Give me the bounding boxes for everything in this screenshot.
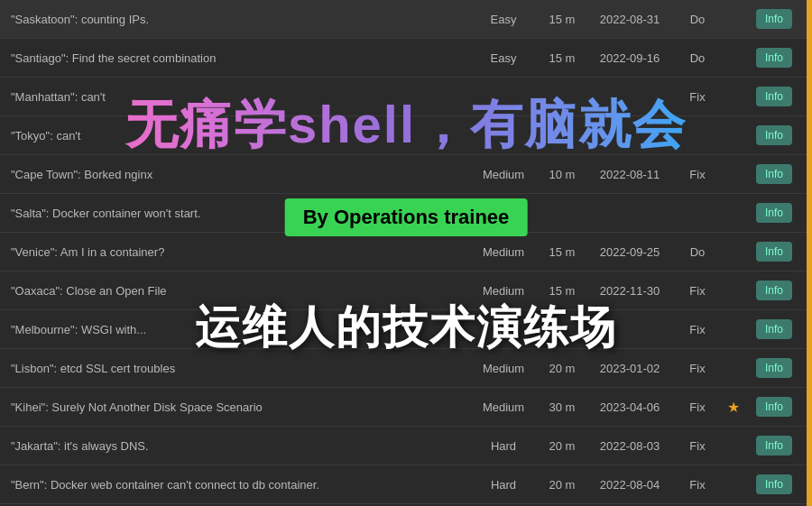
- challenge-difficulty: Medium: [467, 284, 540, 298]
- challenge-date: 2022-09-16: [585, 51, 675, 65]
- challenge-name: "Bern": Docker web container can't conne…: [11, 478, 467, 492]
- star-icon: ★: [727, 399, 740, 416]
- challenge-difficulty: Hard: [467, 439, 540, 453]
- challenge-difficulty: M: [467, 323, 540, 336]
- table-row: "Lisbon": etcd SSL cert troubles Medium …: [0, 349, 812, 388]
- info-button[interactable]: Info: [756, 242, 792, 262]
- table-row: "Jakarta": it's always DNS. Hard 20 m 20…: [0, 427, 812, 465]
- challenge-date: 2022-08-03: [585, 439, 675, 453]
- table-row: "Santiago": Find the secret combination …: [0, 39, 812, 78]
- info-button[interactable]: Info: [756, 319, 792, 339]
- challenge-name: "Tokyo": can't: [11, 129, 467, 143]
- challenge-type: Do: [675, 51, 720, 65]
- challenge-time: 15 m: [540, 51, 585, 65]
- info-button[interactable]: Info: [756, 87, 792, 106]
- challenge-action[interactable]: Info: [747, 164, 801, 184]
- challenge-time: 20 m: [540, 439, 585, 453]
- challenge-time: 15 m: [540, 13, 585, 26]
- challenge-date: 2022-11-30: [585, 284, 675, 298]
- challenge-action[interactable]: Info: [747, 397, 801, 417]
- challenges-table: "Saskatoon": counting IPs. Easy 15 m 202…: [0, 0, 812, 504]
- table-row: "Cape Town": Borked nginx Medium 10 m 20…: [0, 155, 812, 194]
- challenge-difficulty: Medium: [467, 168, 540, 181]
- challenge-difficulty: Easy: [467, 13, 540, 26]
- challenge-icons: ★: [720, 399, 747, 416]
- challenge-name: "Kihei": Surely Not Another Disk Space S…: [11, 400, 467, 414]
- challenge-name: "Venice": Am I in a container?: [11, 245, 467, 259]
- challenge-action[interactable]: Info: [747, 87, 801, 106]
- challenge-time: 30 m: [540, 400, 585, 414]
- challenge-difficulty: Easy: [467, 51, 540, 65]
- info-button[interactable]: Info: [756, 436, 792, 455]
- table-row: "Bern": Docker web container can't conne…: [0, 465, 812, 504]
- table-row: "Manhattan": can't Fix Info: [0, 78, 812, 116]
- challenge-action[interactable]: Info: [747, 319, 801, 339]
- challenge-name: "Saskatoon": counting IPs.: [11, 13, 467, 26]
- info-button[interactable]: Info: [756, 9, 792, 29]
- challenge-type: Fix: [675, 400, 720, 414]
- challenge-time: 15 m: [540, 245, 585, 259]
- challenge-type: Do: [675, 245, 720, 259]
- challenge-action[interactable]: Info: [747, 281, 801, 300]
- challenge-name: "Oaxaca": Close an Open File: [11, 284, 467, 298]
- challenge-time: 20 m: [540, 478, 585, 492]
- table-row: "Venice": Am I in a container? Medium 15…: [0, 233, 812, 271]
- challenge-time: 10 m: [540, 168, 585, 181]
- challenge-type: Fix: [675, 284, 720, 298]
- table-row: "Tokyo": can't Info: [0, 116, 812, 155]
- challenge-name: "Santiago": Find the secret combination: [11, 51, 467, 65]
- info-button[interactable]: Info: [756, 281, 792, 300]
- challenge-type: Fix: [675, 362, 720, 375]
- challenge-difficulty: M: [467, 207, 540, 220]
- table-row: "Oaxaca": Close an Open File Medium 15 m…: [0, 271, 812, 310]
- challenge-difficulty: Medium: [467, 400, 540, 414]
- challenge-action[interactable]: Info: [747, 125, 801, 145]
- challenge-difficulty: Medium: [467, 362, 540, 375]
- challenge-action[interactable]: Info: [747, 474, 801, 494]
- info-button[interactable]: Info: [756, 397, 792, 417]
- table-row: "Kihei": Surely Not Another Disk Space S…: [0, 388, 812, 427]
- info-button[interactable]: Info: [756, 48, 792, 68]
- challenge-name: "Cape Town": Borked nginx: [11, 168, 467, 181]
- info-button[interactable]: Info: [756, 358, 792, 378]
- table-row: "Saskatoon": counting IPs. Easy 15 m 202…: [0, 0, 812, 39]
- challenge-action[interactable]: Info: [747, 436, 801, 455]
- challenge-action[interactable]: Info: [747, 48, 801, 68]
- info-button[interactable]: Info: [756, 125, 792, 145]
- table-row: "Melbourne": WSGI with... M Fix Info: [0, 310, 812, 349]
- challenge-name: "Melbourne": WSGI with...: [11, 323, 467, 336]
- challenge-action[interactable]: Info: [747, 9, 801, 29]
- challenge-date: 2023-01-02: [585, 362, 675, 375]
- info-button[interactable]: Info: [756, 203, 792, 223]
- challenge-action[interactable]: Info: [747, 203, 801, 223]
- challenge-date: 2022-08-04: [585, 478, 675, 492]
- info-button[interactable]: Info: [756, 474, 792, 494]
- challenge-type: Fix: [675, 168, 720, 181]
- challenge-name: "Lisbon": etcd SSL cert troubles: [11, 362, 467, 375]
- table-row: "Salta": Docker container won't start. M…: [0, 194, 812, 233]
- info-button[interactable]: Info: [756, 164, 792, 184]
- challenge-difficulty: Hard: [467, 478, 540, 492]
- challenge-date: 2022-08-11: [585, 168, 675, 181]
- challenge-type: Fix: [675, 478, 720, 492]
- side-bar: [807, 0, 812, 506]
- challenge-name: "Manhattan": can't: [11, 90, 467, 104]
- challenge-name: "Salta": Docker container won't start.: [11, 207, 467, 220]
- challenge-name: "Jakarta": it's always DNS.: [11, 439, 467, 453]
- challenge-type: Fix: [675, 439, 720, 453]
- challenge-type: Do: [675, 13, 720, 26]
- challenge-type: Fix: [675, 90, 720, 104]
- challenge-date: 2022-08-31: [585, 13, 675, 26]
- challenge-time: 20 m: [540, 362, 585, 375]
- challenge-action[interactable]: Info: [747, 242, 801, 262]
- challenge-date: 2023-04-06: [585, 400, 675, 414]
- challenge-difficulty: Medium: [467, 245, 540, 259]
- challenge-type: Fix: [675, 323, 720, 336]
- challenge-date: 2022-09-25: [585, 245, 675, 259]
- challenge-action[interactable]: Info: [747, 358, 801, 378]
- challenge-time: 15 m: [540, 284, 585, 298]
